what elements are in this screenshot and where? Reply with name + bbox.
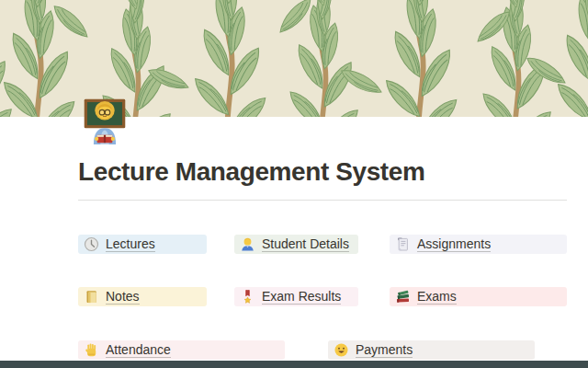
card-label: Exams [417,289,457,305]
card-assignments[interactable]: Assignments [390,235,567,254]
card-label: Student Details [262,236,349,252]
medal-icon [240,289,255,305]
card-payments[interactable]: Payments [328,340,535,360]
card-student-details[interactable]: Student Details [234,235,358,254]
money-face-icon [334,342,349,358]
card-lectures[interactable]: Lectures [78,235,207,254]
clock-icon [84,236,99,252]
card-exam-results[interactable]: Exam Results [234,287,358,306]
card-attendance[interactable]: Attendance [78,340,285,360]
hand-icon [84,342,99,358]
card-label: Exam Results [262,289,341,305]
student-icon [240,236,255,252]
card-label: Lectures [106,236,155,252]
bottom-bar [0,361,588,368]
books-icon [395,289,411,305]
card-label: Assignments [417,236,491,252]
notion-page: Lecture Management System Lectures Stude… [0,0,588,368]
card-label: Payments [356,342,413,358]
card-notes[interactable]: Notes [78,287,207,306]
woman-teacher-icon[interactable] [81,97,129,144]
card-label: Attendance [106,342,171,358]
page-title: Lecture Management System [78,156,565,188]
card-exams[interactable]: Exams [390,287,567,306]
document-icon [395,236,411,252]
notebook-icon [84,289,99,305]
card-label: Notes [106,289,140,305]
divider [78,200,567,201]
